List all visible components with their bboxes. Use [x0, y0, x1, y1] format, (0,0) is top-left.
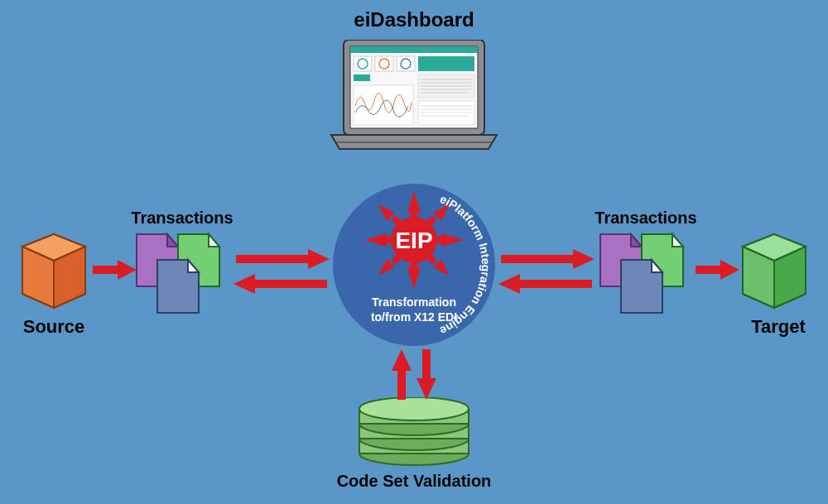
dashboard-title: eiDashboard [331, 8, 497, 31]
documents-right-icon [596, 230, 696, 317]
svg-marker-67 [573, 249, 595, 269]
arrow-source-to-docs [91, 260, 137, 280]
target-label: Target [737, 316, 820, 338]
svg-rect-36 [411, 211, 417, 223]
eip-circle-icon: eiPlatform Integration Engine EIP Transf… [327, 178, 501, 352]
arrows-docs-left-eip [232, 247, 331, 296]
documents-left-icon [132, 230, 232, 317]
arrow-docs-to-target [694, 260, 739, 280]
source-cube-icon [12, 232, 95, 310]
svg-rect-9 [418, 56, 474, 71]
eip-center-text: EIP [395, 228, 432, 253]
svg-rect-42 [431, 237, 443, 243]
laptop-icon [327, 40, 501, 151]
svg-rect-10 [354, 74, 370, 81]
target-cube-icon [733, 232, 816, 310]
svg-marker-65 [233, 274, 255, 294]
arrows-eip-database [389, 348, 439, 401]
code-set-validation-label: Code Set Validation [331, 472, 497, 491]
source-label: Source [12, 316, 95, 338]
svg-marker-63 [308, 249, 330, 269]
eip-transform-line2: to/from X12 EDI [371, 310, 457, 324]
svg-marker-75 [416, 378, 436, 400]
svg-rect-2 [350, 46, 478, 53]
transactions-right-label: Transactions [584, 209, 708, 228]
svg-marker-61 [118, 260, 137, 280]
arrows-eip-docs-right [497, 247, 596, 296]
svg-marker-71 [720, 260, 739, 280]
svg-marker-69 [498, 274, 520, 294]
eip-transform-line1: Transformation [372, 295, 456, 309]
transactions-left-label: Transactions [120, 209, 244, 228]
svg-marker-73 [392, 349, 412, 371]
database-icon [354, 397, 474, 468]
svg-rect-38 [411, 257, 417, 269]
